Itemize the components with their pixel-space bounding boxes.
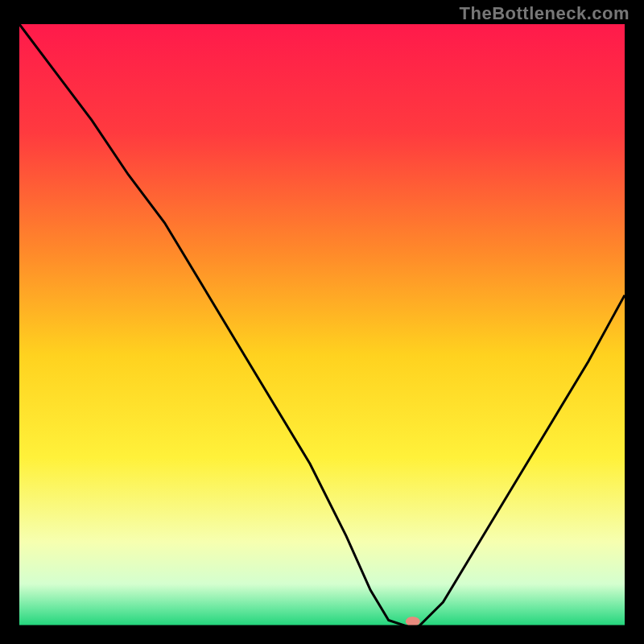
optimal-point-marker bbox=[406, 617, 420, 626]
watermark-text: TheBottleneck.com bbox=[460, 3, 630, 24]
chart-frame: TheBottleneck.com bbox=[0, 0, 644, 644]
bottleneck-chart-svg bbox=[0, 0, 644, 644]
plot-background bbox=[19, 24, 625, 626]
